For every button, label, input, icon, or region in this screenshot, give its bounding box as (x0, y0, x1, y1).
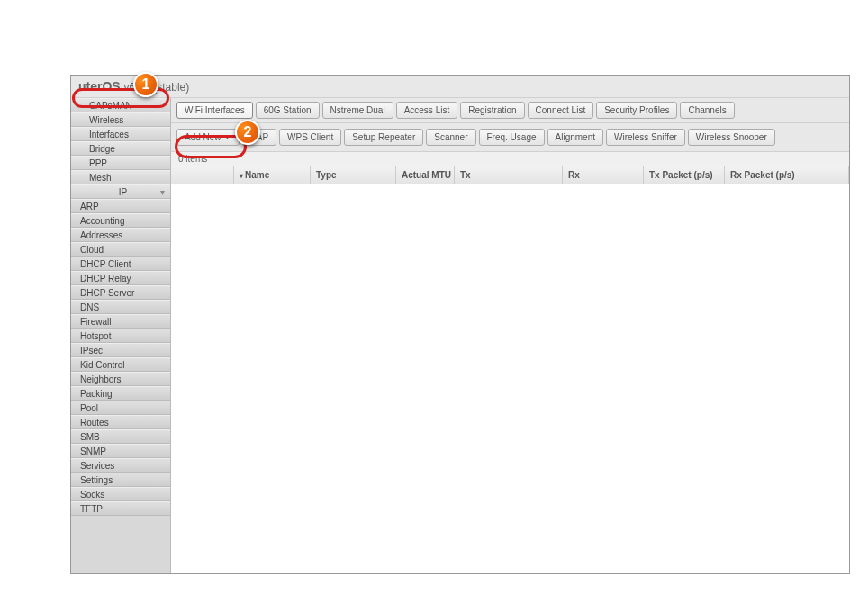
sidebar-subitem-dhcp-client[interactable]: DHCP Client (71, 256, 170, 271)
sidebar-subitem-dhcp-server[interactable]: DHCP Server (71, 285, 170, 300)
content: WiFi Interfaces60G StationNstreme DualAc… (170, 98, 849, 573)
tab-nstreme-dual[interactable]: Nstreme Dual (322, 102, 393, 119)
column-header[interactable]: ▾Name (234, 166, 311, 184)
column-header[interactable] (171, 166, 234, 184)
title-bar: uterOS v6.43 (stable) (71, 76, 849, 98)
sidebar-item-interfaces[interactable]: Interfaces (71, 127, 170, 141)
sidebar-subitem-tftp[interactable]: TFTP (71, 501, 170, 516)
freq-usage-button[interactable]: Freq. Usage (479, 129, 545, 146)
tab-security-profiles[interactable]: Security Profiles (596, 102, 677, 119)
sidebar-item-label: Bridge (89, 144, 115, 154)
sidebar-subitem-cloud[interactable]: Cloud (71, 242, 170, 256)
add-new-button[interactable]: Add New▼ (176, 129, 240, 146)
wps-client-button[interactable]: WPS Client (279, 129, 341, 146)
sidebar-subitem-arp[interactable]: ARP (71, 199, 170, 213)
scanner-button[interactable]: Scanner (426, 129, 475, 146)
sidebar-subitem-addresses[interactable]: Addresses (71, 228, 170, 242)
sidebar-subitem-firewall[interactable]: Firewall (71, 314, 170, 328)
wireless-snooper-button[interactable]: Wireless Snooper (688, 129, 775, 146)
tab-channels[interactable]: Channels (680, 102, 734, 119)
column-header[interactable]: Tx (455, 166, 563, 184)
column-header[interactable]: Type (311, 166, 396, 184)
sidebar-subitem-services[interactable]: Services (71, 458, 170, 472)
sidebar: CAPsMANWirelessInterfacesBridgePPPMeshIP… (71, 98, 170, 573)
mesh-icon (77, 173, 86, 182)
column-header[interactable]: Rx (563, 166, 644, 184)
sidebar-item-label: PPP (89, 158, 107, 168)
sidebar-subitem-dhcp-relay[interactable]: DHCP Relay (71, 271, 170, 285)
antenna-icon (77, 101, 86, 110)
wireless-sniffer-button[interactable]: Wireless Sniffer (606, 129, 685, 146)
dropdown-arrow-icon: ▼ (224, 133, 231, 141)
table-area: ▾NameTypeActual MTUTxRxTx Packet (p/s)Rx… (171, 166, 849, 573)
column-header[interactable]: Tx Packet (p/s) (644, 166, 725, 184)
interfaces-icon (77, 130, 86, 139)
sidebar-subitem-snmp[interactable]: SNMP (71, 444, 170, 458)
bridge-icon (77, 144, 86, 153)
sidebar-subitem-accounting[interactable]: Accounting (71, 213, 170, 228)
chevron-down-icon: ▾ (160, 187, 165, 197)
cap-button[interactable]: CAP (242, 129, 277, 146)
sidebar-item-bridge[interactable]: Bridge (71, 141, 170, 156)
sidebar-subitem-settings[interactable]: Settings (71, 472, 170, 487)
sidebar-item-ip[interactable]: IP▾ (71, 184, 170, 199)
tabs-row: WiFi Interfaces60G StationNstreme DualAc… (171, 98, 849, 123)
sidebar-item-mesh[interactable]: Mesh (71, 170, 170, 184)
main-area: CAPsMANWirelessInterfacesBridgePPPMeshIP… (71, 98, 849, 573)
sidebar-subitem-hotspot[interactable]: Hotspot (71, 328, 170, 343)
sidebar-item-capsman[interactable]: CAPsMAN (71, 98, 170, 112)
sidebar-item-label: Mesh (89, 173, 111, 183)
tab-60g-station[interactable]: 60G Station (256, 102, 320, 119)
sidebar-item-label: Wireless (89, 115, 123, 125)
column-header[interactable]: Rx Packet (p/s) (725, 166, 849, 184)
tab-access-list[interactable]: Access List (396, 102, 458, 119)
sidebar-item-label: CAPsMAN (89, 101, 132, 111)
wireless-icon (77, 115, 86, 124)
sidebar-subitem-smb[interactable]: SMB (71, 429, 170, 444)
sidebar-subitem-packing[interactable]: Packing (71, 386, 170, 400)
sidebar-subitem-ipsec[interactable]: IPsec (71, 343, 170, 357)
app-window: uterOS v6.43 (stable) CAPsMANWirelessInt… (70, 75, 850, 574)
app-version: v6.43 (stable) (124, 81, 190, 94)
sidebar-item-ppp[interactable]: PPP (71, 156, 170, 170)
toolbar-row: Add New▼CAPWPS ClientSetup RepeaterScann… (171, 123, 849, 152)
sidebar-subitem-neighbors[interactable]: Neighbors (71, 372, 170, 386)
ip-icon (77, 187, 86, 196)
sidebar-subitem-kid-control[interactable]: Kid Control (71, 357, 170, 372)
table-header: ▾NameTypeActual MTUTxRxTx Packet (p/s)Rx… (171, 166, 849, 184)
sort-arrow-icon: ▾ (240, 172, 243, 180)
ppp-icon (77, 158, 86, 167)
sidebar-item-wireless[interactable]: Wireless (71, 112, 170, 127)
tab-registration[interactable]: Registration (460, 102, 524, 119)
app-title: uterOS (78, 79, 121, 94)
sidebar-subitem-dns[interactable]: DNS (71, 300, 170, 314)
sidebar-item-label: Interfaces (89, 130, 129, 140)
sidebar-subitem-pool[interactable]: Pool (71, 400, 170, 415)
setup-repeater-button[interactable]: Setup Repeater (344, 129, 423, 146)
sidebar-subitem-routes[interactable]: Routes (71, 415, 170, 429)
sidebar-item-label: IP (119, 187, 127, 197)
sidebar-subitem-socks[interactable]: Socks (71, 487, 170, 501)
alignment-button[interactable]: Alignment (547, 129, 603, 146)
tab-connect-list[interactable]: Connect List (528, 102, 594, 119)
status-row: 0 items (171, 152, 849, 166)
tab-wifi-interfaces[interactable]: WiFi Interfaces (176, 102, 253, 119)
column-header[interactable]: Actual MTU (396, 166, 455, 184)
